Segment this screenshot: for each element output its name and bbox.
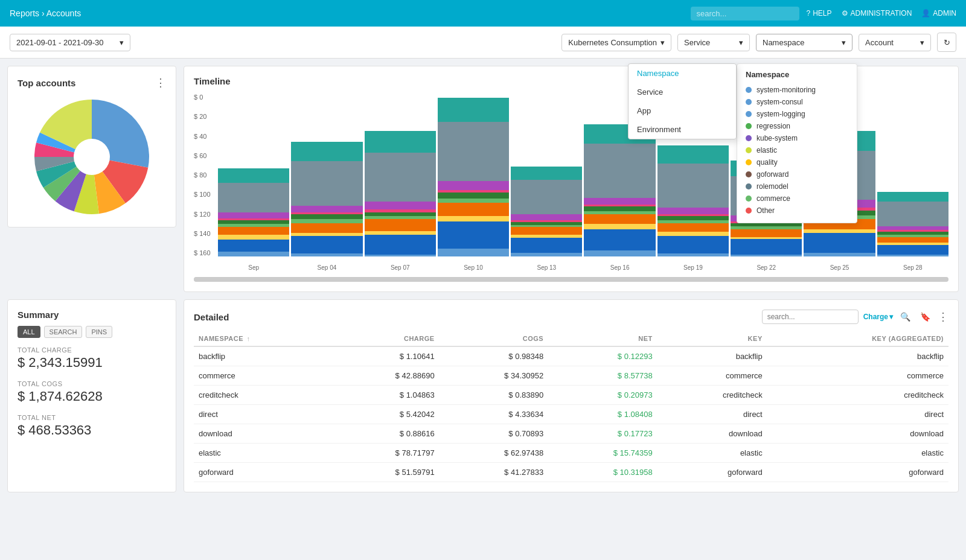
tab-pins[interactable]: PINS: [86, 326, 112, 338]
col-cogs[interactable]: COGS: [440, 331, 549, 346]
detailed-menu-button[interactable]: ⋮: [938, 310, 948, 323]
cell-namespace: goforward: [194, 463, 330, 482]
x-label: Sep 25: [804, 264, 875, 271]
date-range-filter[interactable]: 2021-09-01 - 2021-09-30 ▾: [10, 34, 130, 51]
bar-segment: [657, 253, 729, 256]
col-key-aggregated[interactable]: KEY (AGGREGATED): [767, 331, 948, 346]
cell-key-aggregated: download: [767, 424, 948, 444]
total-cogs-value: $ 1,874.62628: [18, 389, 166, 404]
detailed-title: Detailed: [194, 312, 229, 322]
dropdown-item-app[interactable]: App: [629, 101, 736, 120]
col-key[interactable]: KEY: [657, 331, 767, 346]
total-charge-value: $ 2,343.15991: [18, 355, 166, 371]
legend-item: rolemodel: [746, 180, 848, 192]
search-input[interactable]: [691, 7, 799, 21]
tab-all[interactable]: ALL: [18, 326, 40, 338]
cell-key: elastic: [657, 444, 767, 463]
bar-segment: [804, 233, 875, 253]
bar-segment: [291, 206, 362, 212]
account-filter[interactable]: Account ▾: [859, 34, 931, 51]
legend-label: goforward: [756, 170, 788, 179]
chart-scrollbar-thumb[interactable]: [194, 277, 948, 282]
service-filter[interactable]: Service ▾: [677, 34, 750, 51]
bar-segment: [657, 145, 729, 163]
cell-key: direct: [657, 405, 767, 424]
refresh-button[interactable]: ↻: [937, 33, 956, 52]
filter-bar: 2021-09-01 - 2021-09-30 ▾ Kubernetes Con…: [0, 27, 966, 59]
cell-net: $ 0.12293: [548, 346, 657, 366]
cell-charge: $ 1.10641: [330, 346, 440, 366]
col-namespace[interactable]: NAMESPACE ↑: [194, 331, 330, 346]
col-charge[interactable]: CHARGE: [330, 331, 440, 346]
legend-dot: [746, 183, 752, 189]
legend-label: commerce: [756, 194, 790, 203]
summary-tabs: ALL SEARCH PINS: [18, 326, 166, 338]
bar-segment: [511, 214, 582, 220]
cell-net: $ 0.17723: [548, 424, 657, 444]
chevron-down-icon: ▾: [920, 38, 924, 47]
legend-label: rolemodel: [756, 182, 788, 191]
cell-net: $ 8.57738: [548, 366, 657, 386]
bar-segment: [291, 161, 362, 205]
cell-key-aggregated: goforward: [767, 463, 948, 482]
legend-label: system-logging: [756, 110, 805, 118]
bar-segment: [657, 223, 729, 232]
help-link[interactable]: ? HELP: [807, 9, 832, 18]
detailed-table: NAMESPACE ↑ CHARGE COGS NET KEY: [194, 331, 948, 482]
legend-item: Other: [746, 205, 848, 217]
table-row: elastic $ 78.71797 $ 62.97438 $ 15.74359…: [194, 444, 948, 463]
cell-charge: $ 0.88616: [330, 424, 440, 444]
user-menu[interactable]: 👤 ADMIN: [921, 9, 956, 18]
dropdown-item-environment[interactable]: Environment: [629, 120, 736, 139]
top-accounts-menu[interactable]: ⋮: [155, 76, 166, 89]
bar-segment: [291, 253, 362, 256]
pie-chart-svg: [31, 97, 152, 217]
metric-filter[interactable]: Kubernetes Consumption ▾: [561, 34, 671, 51]
bar-segment: [291, 142, 362, 162]
bar-segment: [438, 181, 509, 190]
bar-segment: [511, 253, 582, 257]
cell-namespace: backflip: [194, 346, 330, 366]
cell-net: $ 1.08408: [548, 405, 657, 424]
namespace-filter[interactable]: Namespace ▾: [756, 34, 852, 51]
bar-segment: [657, 236, 729, 253]
bookmark-icon[interactable]: 🔖: [918, 311, 933, 323]
cell-charge: $ 1.04863: [330, 386, 440, 405]
table-body: backflip $ 1.10641 $ 0.98348 $ 0.12293 b…: [194, 346, 948, 482]
chart-scrollbar[interactable]: [194, 277, 948, 282]
bar-segment: [438, 221, 509, 249]
cell-key-aggregated: commerce: [767, 366, 948, 386]
legend-item: goforward: [746, 168, 848, 180]
legend-dot: [746, 111, 752, 117]
chevron-down-icon: ▾: [739, 38, 743, 47]
bar-segment: [731, 229, 802, 237]
cell-charge: $ 51.59791: [330, 463, 440, 482]
chevron-down-icon: ▾: [889, 313, 893, 321]
cell-namespace: creditcheck: [194, 386, 330, 405]
detailed-search-input[interactable]: [762, 310, 859, 324]
administration-link[interactable]: ⚙ ADMINISTRATION: [842, 9, 912, 18]
tab-search[interactable]: SEARCH: [44, 326, 83, 338]
cell-charge: $ 42.88690: [330, 366, 440, 386]
total-net-value: $ 468.53363: [18, 422, 166, 438]
bar-segment: [731, 255, 802, 256]
bar-segment: [584, 198, 655, 205]
bar-segment: [511, 167, 582, 180]
cell-key-aggregated: creditcheck: [767, 386, 948, 405]
dropdown-item-namespace[interactable]: Namespace: [629, 64, 736, 83]
bar-segment: [804, 253, 875, 257]
search-icon[interactable]: 🔍: [898, 311, 913, 323]
charge-filter-button[interactable]: Charge ▾: [863, 313, 893, 321]
bar-segment: [657, 164, 729, 208]
col-net[interactable]: NET: [548, 331, 657, 346]
legend-dot: [746, 123, 752, 129]
bar-segment: [365, 202, 436, 209]
bar-segment: [218, 227, 289, 235]
bar-segment: [291, 214, 362, 219]
bar-segment: [877, 245, 948, 255]
bar-segment: [365, 131, 436, 153]
dropdown-item-service[interactable]: Service: [629, 83, 736, 101]
topnav-actions: ? HELP ⚙ ADMINISTRATION 👤 ADMIN: [807, 9, 957, 18]
total-net-metric: TOTAL NET $ 468.53363: [18, 414, 166, 438]
cell-namespace: commerce: [194, 366, 330, 386]
